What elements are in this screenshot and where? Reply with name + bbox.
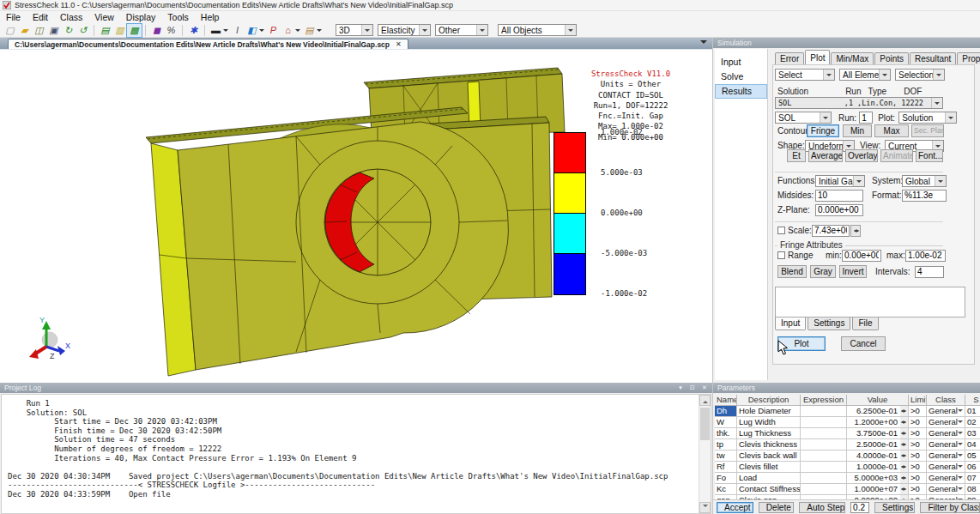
- home-tool-icon[interactable]: ⌂: [281, 24, 295, 37]
- gray-button[interactable]: Gray: [810, 265, 836, 278]
- parameter-row[interactable]: WLug Width1.2000e+00>0General02: [715, 417, 980, 428]
- new-model-icon[interactable]: ▤: [98, 24, 112, 37]
- materials-tool-icon[interactable]: ▤: [302, 24, 317, 37]
- menu-tools[interactable]: Tools: [161, 12, 195, 22]
- extrude-tool-icon[interactable]: ◧: [245, 24, 259, 37]
- parameter-row[interactable]: KcContact Stiffness1.0000e+07>0General08: [715, 484, 980, 495]
- class-dropdown[interactable]: General: [927, 439, 965, 451]
- plot-type-combo[interactable]: Solution: [898, 112, 957, 124]
- scale-checkbox[interactable]: [777, 227, 785, 234]
- max-input[interactable]: [905, 250, 946, 262]
- blend-button[interactable]: Blend: [777, 265, 807, 278]
- contour-fringe-button[interactable]: Fringe: [807, 124, 839, 137]
- accept-button[interactable]: Accept: [717, 502, 753, 513]
- format-input[interactable]: [902, 190, 947, 202]
- class-dropdown[interactable]: General: [927, 428, 965, 439]
- scroll-down-icon[interactable]: [699, 502, 711, 513]
- tab-resultant[interactable]: Resultant: [910, 52, 956, 64]
- menu-edit[interactable]: Edit: [27, 12, 54, 22]
- cancel-button[interactable]: Cancel: [841, 336, 886, 351]
- new-file-icon[interactable]: ▢: [3, 24, 17, 37]
- theory-select[interactable]: Elasticity: [378, 24, 431, 36]
- open-model-icon[interactable]: ▥: [112, 24, 127, 37]
- scale-spinner[interactable]: [850, 225, 861, 237]
- solve-icon[interactable]: ✱: [186, 24, 201, 37]
- selection-combo[interactable]: Selection: [895, 69, 945, 81]
- parameter-row[interactable]: RfClevis fillet1.0000e-01>0General06: [715, 462, 980, 473]
- objects-select[interactable]: All Objects: [498, 24, 577, 36]
- invert-button[interactable]: Invert: [839, 265, 867, 278]
- step-input[interactable]: [850, 502, 869, 513]
- min-input[interactable]: [842, 250, 881, 262]
- report-icon[interactable]: %: [164, 24, 178, 37]
- scroll-up-icon[interactable]: [699, 395, 711, 406]
- open-folder-icon[interactable]: ▰: [17, 24, 32, 37]
- range-checkbox[interactable]: [777, 251, 785, 259]
- log-pin-icon[interactable]: ⊡: [687, 384, 698, 392]
- materials-tool-dropdown-icon[interactable]: [317, 24, 324, 37]
- nav-results[interactable]: Results: [715, 84, 767, 99]
- log-scrollbar[interactable]: [699, 395, 711, 513]
- menu-display[interactable]: Display: [120, 12, 161, 22]
- system-combo[interactable]: Global: [902, 175, 947, 187]
- log-close-icon[interactable]: ✕: [699, 384, 710, 392]
- class-dropdown[interactable]: General: [927, 462, 965, 473]
- tab-list-dropdown-icon[interactable]: [700, 40, 707, 47]
- font-button[interactable]: Font...: [916, 149, 943, 162]
- bottom-tab-settings[interactable]: Settings: [808, 317, 850, 330]
- reload-project-icon[interactable]: ↺: [76, 24, 90, 37]
- element-scope-combo[interactable]: All Elements: [839, 69, 891, 81]
- contour-sec-plane-button[interactable]: Sec. Plane: [911, 124, 944, 137]
- solid-tool-icon[interactable]: ▬: [209, 24, 223, 37]
- parameter-row[interactable]: thk.Lug Thickness3.7500e-01>0General03: [715, 428, 980, 439]
- edit-model-icon[interactable]: ▩: [127, 24, 142, 37]
- parameter-row[interactable]: twClevis back wall4.0000e-01>0General05: [715, 451, 980, 462]
- select-mode-combo[interactable]: Select: [775, 69, 835, 81]
- parameter-row[interactable]: DhHole Diameter6.2500e-01>0General01: [715, 406, 980, 417]
- nav-solve[interactable]: Solve: [715, 70, 767, 84]
- class-dropdown[interactable]: General: [927, 417, 965, 428]
- home-tool-dropdown-icon[interactable]: [295, 24, 302, 37]
- class-dropdown[interactable]: General: [927, 473, 965, 484]
- solution-combo[interactable]: SOL: [775, 112, 832, 124]
- bottom-tab-file[interactable]: File: [852, 317, 878, 330]
- contour-max-button[interactable]: Max: [874, 124, 909, 137]
- units-select[interactable]: Other: [435, 24, 488, 36]
- document-tab[interactable]: C:\Users\agerman\Documents\Documentation…: [8, 39, 408, 49]
- update-project-icon[interactable]: ↻: [61, 24, 76, 37]
- class-dropdown[interactable]: General: [927, 451, 965, 462]
- average-button[interactable]: Average: [808, 149, 843, 162]
- extrude-tool-dropdown-icon[interactable]: [259, 24, 266, 37]
- log-dropdown-icon[interactable]: ▾: [675, 384, 686, 392]
- plot-list-box[interactable]: [775, 287, 965, 317]
- model-viewport[interactable]: StressCheck V11.0 Units = Other CONTACT …: [0, 49, 712, 383]
- solid-tool-dropdown-icon[interactable]: [223, 24, 230, 37]
- animate-button[interactable]: Animate: [880, 149, 913, 162]
- bottom-tab-input[interactable]: Input: [775, 317, 806, 330]
- class-dropdown[interactable]: General: [927, 484, 965, 495]
- midsides-input[interactable]: [815, 190, 863, 202]
- save-icon[interactable]: ▣: [46, 24, 61, 37]
- menu-view[interactable]: View: [88, 12, 120, 22]
- dimension-select[interactable]: 3D: [336, 24, 373, 36]
- menu-file[interactable]: File: [0, 12, 27, 22]
- archive-icon[interactable]: ◼: [149, 24, 164, 37]
- tab-points[interactable]: Points: [874, 52, 909, 64]
- solution-summary-combo[interactable]: SOL ,1 ,Lin.Con, 12222: [775, 97, 943, 109]
- filter-by-class-button[interactable]: Filter by Class: [920, 502, 980, 513]
- points-tool-icon[interactable]: P: [266, 24, 281, 37]
- tab-plot[interactable]: Plot: [805, 50, 830, 64]
- delete-button[interactable]: Delete: [759, 502, 795, 513]
- intervals-input[interactable]: [915, 266, 944, 278]
- tab-properties[interactable]: Properties: [957, 52, 980, 64]
- menu-help[interactable]: Help: [195, 12, 226, 22]
- settings-button[interactable]: Settings: [874, 502, 915, 513]
- save-project-icon[interactable]: ◫: [32, 24, 46, 37]
- beam-tool-icon[interactable]: I: [230, 24, 245, 37]
- tab-close-icon[interactable]: ✕: [396, 40, 402, 48]
- function-combo[interactable]: Initial Gap: [815, 175, 865, 187]
- et-button[interactable]: Et: [787, 149, 806, 162]
- class-dropdown[interactable]: General: [927, 406, 965, 417]
- nav-input[interactable]: Input: [715, 55, 767, 70]
- tab-minmax[interactable]: Min/Max: [831, 52, 874, 64]
